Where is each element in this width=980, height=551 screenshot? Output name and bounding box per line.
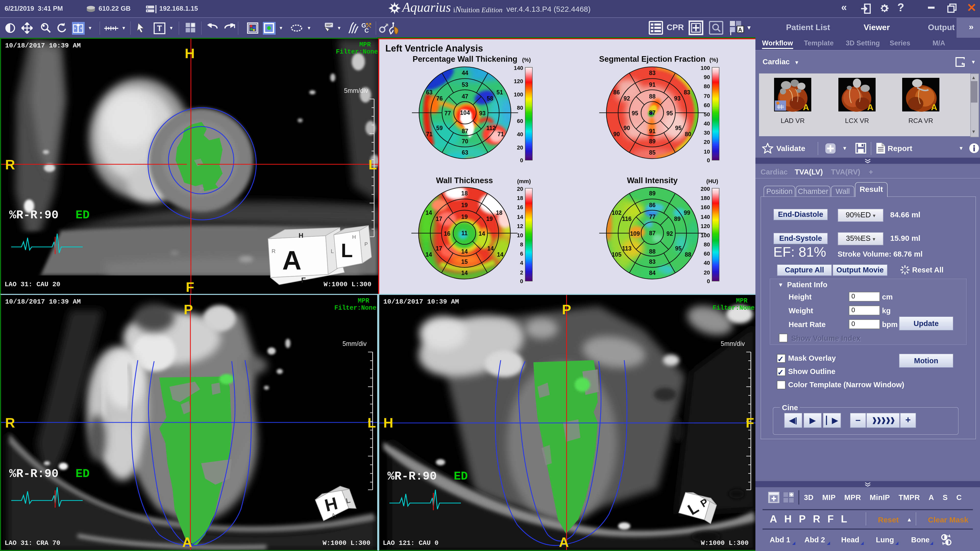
svg-text:93: 93: [674, 95, 681, 102]
svg-text:99: 99: [684, 210, 690, 216]
svg-text:86: 86: [649, 202, 655, 208]
svg-text:LAO 31: CAU 20: LAO 31: CAU 20: [5, 281, 60, 288]
svg-text:87: 87: [649, 110, 655, 116]
svg-text:L: L: [341, 240, 353, 261]
svg-text:60: 60: [704, 251, 710, 257]
svg-text:89: 89: [649, 190, 655, 197]
svg-text:R: R: [5, 157, 15, 172]
svg-text:88: 88: [685, 251, 691, 258]
svg-text:71: 71: [497, 131, 504, 138]
svg-text:30: 30: [704, 130, 710, 136]
svg-text:60: 60: [704, 102, 710, 108]
svg-text:88: 88: [649, 248, 655, 255]
svg-text:A: A: [282, 245, 301, 275]
svg-text:14: 14: [425, 251, 432, 258]
svg-text:95: 95: [675, 245, 682, 252]
svg-text:100: 100: [700, 65, 710, 71]
svg-text:Segmental Ejection Fraction: Segmental Ejection Fraction: [599, 55, 706, 64]
svg-text:14: 14: [425, 210, 432, 216]
svg-text:44: 44: [462, 70, 468, 76]
svg-text:A: A: [803, 102, 809, 112]
svg-text:95: 95: [675, 125, 682, 131]
svg-text:70: 70: [704, 93, 710, 99]
svg-text:P: P: [562, 302, 571, 317]
svg-text:F: F: [746, 415, 754, 430]
svg-text:87: 87: [649, 230, 655, 237]
svg-text:0: 0: [707, 157, 710, 164]
svg-text:100: 100: [700, 232, 710, 238]
svg-text:5mm/div: 5mm/div: [342, 340, 367, 347]
svg-text:80: 80: [704, 241, 710, 248]
svg-text:102: 102: [612, 210, 621, 216]
svg-text:53: 53: [462, 81, 468, 88]
svg-text:R: R: [5, 415, 15, 430]
svg-text:19: 19: [461, 213, 468, 220]
svg-text:19: 19: [486, 216, 493, 222]
svg-text:(%): (%): [710, 57, 718, 63]
svg-text:14: 14: [497, 251, 504, 258]
svg-text:20: 20: [517, 144, 523, 151]
svg-text:P: P: [184, 302, 193, 317]
svg-text:10: 10: [517, 232, 523, 238]
svg-text:83: 83: [649, 70, 655, 76]
svg-text:H: H: [299, 232, 304, 239]
svg-text:116: 116: [622, 216, 632, 222]
svg-text:109: 109: [630, 230, 640, 237]
svg-text:50: 50: [704, 111, 710, 118]
svg-text:18: 18: [517, 195, 523, 201]
svg-text:90: 90: [704, 74, 710, 80]
svg-text:90: 90: [624, 125, 630, 131]
svg-text:95: 95: [632, 110, 638, 117]
svg-text:%R-R:90: %R-R:90: [9, 467, 59, 481]
svg-text:5mm/div: 5mm/div: [344, 87, 368, 94]
svg-text:76: 76: [436, 95, 443, 102]
svg-text:20: 20: [704, 139, 710, 145]
svg-text:200: 200: [700, 186, 710, 192]
svg-text:91: 91: [649, 128, 655, 135]
svg-text:63: 63: [462, 149, 468, 156]
svg-text:Wall Intensity: Wall Intensity: [627, 176, 678, 185]
svg-text:14: 14: [517, 214, 523, 220]
svg-text:89: 89: [649, 138, 655, 144]
svg-text:80: 80: [685, 131, 691, 138]
svg-text:71: 71: [426, 131, 433, 138]
svg-text:12: 12: [517, 223, 523, 229]
svg-text:(%): (%): [522, 57, 531, 63]
svg-text:0: 0: [707, 278, 710, 284]
svg-text:160: 160: [700, 204, 710, 210]
svg-text:92: 92: [624, 95, 630, 102]
svg-text:120: 120: [700, 223, 710, 229]
svg-text:Filter:None: Filter:None: [336, 48, 378, 56]
svg-text:LAO 121: CAU 0: LAO 121: CAU 0: [383, 539, 438, 547]
svg-text:Filter:None: Filter:None: [334, 304, 376, 312]
svg-text:63: 63: [426, 89, 433, 96]
svg-text:19: 19: [461, 202, 468, 208]
svg-text:%R-R:90: %R-R:90: [387, 470, 437, 483]
svg-text:A: A: [559, 534, 569, 550]
svg-text:105: 105: [612, 251, 622, 258]
svg-text:10/18/2017 10:39 AM: 10/18/2017 10:39 AM: [5, 298, 81, 306]
svg-text:40: 40: [517, 131, 523, 138]
svg-text:120: 120: [514, 78, 523, 84]
svg-text:H: H: [185, 46, 195, 61]
svg-text:92: 92: [667, 230, 673, 237]
svg-text:10/18/2017 10:39 AM: 10/18/2017 10:39 AM: [5, 42, 81, 49]
svg-text:W:1000 L:300: W:1000 L:300: [324, 281, 371, 288]
svg-text:16: 16: [517, 204, 523, 210]
svg-text:180: 180: [700, 195, 710, 201]
svg-text:140: 140: [514, 65, 523, 71]
svg-text:112: 112: [486, 125, 496, 131]
svg-text:14: 14: [479, 230, 485, 237]
svg-text:58: 58: [487, 95, 493, 102]
svg-text:6: 6: [520, 251, 523, 257]
svg-text:77: 77: [649, 213, 655, 220]
svg-text:104: 104: [460, 110, 470, 116]
svg-text:95: 95: [667, 110, 673, 117]
svg-text:40: 40: [704, 121, 710, 127]
svg-text:Filter:None: Filter:None: [713, 304, 755, 312]
svg-text:A: A: [867, 102, 873, 112]
svg-text:L: L: [331, 248, 334, 254]
svg-text:%R-R:90: %R-R:90: [9, 209, 59, 222]
svg-text:Left Ventricle Analysis: Left Ventricle Analysis: [385, 43, 483, 54]
svg-text:80: 80: [517, 105, 523, 111]
